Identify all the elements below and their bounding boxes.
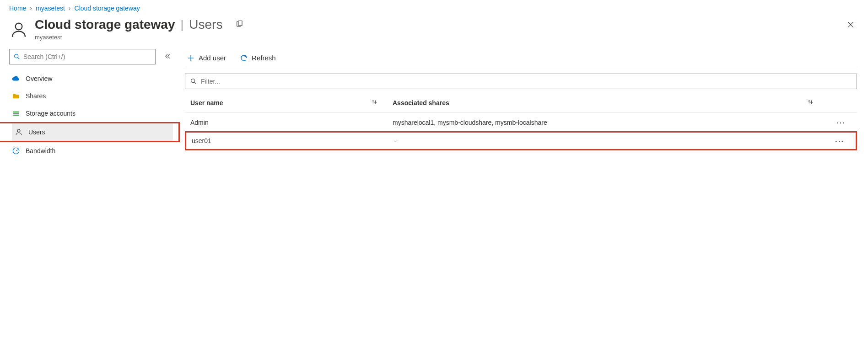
storage-icon: [12, 109, 20, 117]
page-title: Cloud storage gateway: [35, 17, 175, 32]
title-divider: |: [181, 18, 184, 32]
svg-rect-9: [13, 115, 19, 116]
chevron-right-icon: ›: [30, 5, 32, 12]
svg-rect-2: [238, 21, 242, 26]
sidebar-item-shares[interactable]: Shares: [9, 87, 173, 105]
refresh-button[interactable]: Refresh: [238, 49, 278, 67]
main-content: Add user Refresh User name Associated sh…: [178, 49, 868, 160]
table-row[interactable]: Admin mysharelocal1, mysmb-cloudshare, m…: [185, 113, 857, 132]
svg-line-6: [18, 58, 20, 59]
column-header-username[interactable]: User name: [185, 98, 386, 107]
filter-input[interactable]: [201, 78, 852, 85]
plus-icon: [187, 54, 195, 62]
command-bar: Add user Refresh: [185, 49, 857, 67]
page-subsection: Users: [189, 17, 222, 32]
svg-rect-7: [13, 112, 19, 113]
sidebar-item-label: Shares: [26, 92, 46, 100]
toolbar-label: Add user: [199, 54, 226, 62]
sidebar: Overview Shares Storage accounts Users: [0, 49, 178, 160]
filter-box[interactable]: [185, 74, 857, 89]
add-user-button[interactable]: Add user: [185, 49, 228, 67]
column-label: User name: [190, 99, 223, 107]
sidebar-search-input[interactable]: [23, 53, 151, 60]
svg-point-10: [17, 129, 20, 132]
sidebar-item-label: Storage accounts: [26, 110, 75, 117]
row-more-button[interactable]: ⋯: [825, 117, 857, 128]
svg-point-0: [16, 23, 22, 30]
cell-username: user01: [186, 137, 388, 144]
person-icon: [15, 128, 23, 136]
sidebar-search[interactable]: [9, 49, 156, 64]
sidebar-item-label: Overview: [26, 75, 52, 82]
breadcrumb-link-resource[interactable]: myasetest: [36, 5, 65, 12]
svg-point-14: [191, 79, 195, 83]
svg-rect-8: [13, 113, 19, 114]
search-icon: [13, 53, 21, 60]
svg-line-15: [194, 82, 196, 84]
close-icon[interactable]: [846, 20, 855, 31]
column-header-shares[interactable]: Associated shares: [386, 98, 825, 107]
column-label: Associated shares: [393, 99, 449, 107]
bandwidth-icon: [12, 147, 20, 155]
sidebar-item-overview[interactable]: Overview: [9, 70, 173, 87]
ellipsis-icon: ⋯: [835, 135, 845, 146]
page-header: Cloud storage gateway | Users myasetest: [0, 16, 868, 49]
collapse-sidebar-icon[interactable]: [162, 51, 173, 63]
page-subtitle: myasetest: [35, 34, 859, 41]
svg-point-5: [15, 54, 18, 58]
breadcrumb: Home › myasetest › Cloud storage gateway: [0, 0, 868, 16]
table-row[interactable]: user01 - ⋯: [185, 131, 857, 150]
ellipsis-icon: ⋯: [836, 117, 846, 128]
sidebar-item-label: Users: [28, 128, 45, 136]
row-more-button[interactable]: ⋯: [824, 135, 856, 146]
sidebar-item-users[interactable]: Users: [12, 123, 173, 141]
sort-icon[interactable]: [807, 98, 814, 107]
person-icon: [9, 20, 28, 39]
search-icon: [190, 78, 197, 85]
cloud-icon: [12, 75, 20, 83]
folder-icon: [12, 92, 20, 100]
sidebar-item-storage-accounts[interactable]: Storage accounts: [9, 105, 173, 122]
toolbar-label: Refresh: [252, 54, 276, 62]
sort-icon[interactable]: [371, 98, 378, 107]
cell-shares: -: [388, 137, 824, 144]
chevron-right-icon: ›: [69, 5, 71, 12]
breadcrumb-link-gateway[interactable]: Cloud storage gateway: [75, 5, 140, 12]
table-header: User name Associated shares: [185, 93, 857, 113]
breadcrumb-link-home[interactable]: Home: [9, 5, 26, 12]
pin-icon[interactable]: [235, 20, 243, 30]
refresh-icon: [240, 54, 248, 62]
sidebar-item-bandwidth[interactable]: Bandwidth: [9, 142, 173, 160]
cell-shares: mysharelocal1, mysmb-cloudshare, mysmb-l…: [386, 119, 825, 126]
cell-username: Admin: [185, 119, 386, 126]
sidebar-item-label: Bandwidth: [26, 147, 55, 155]
